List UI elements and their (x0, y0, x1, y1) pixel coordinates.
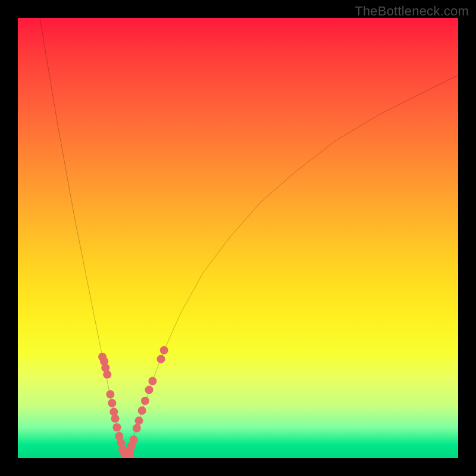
scatter-left (98, 353, 130, 458)
data-point (138, 406, 146, 415)
plot-area (18, 18, 458, 458)
data-point (133, 424, 141, 433)
data-point (130, 436, 138, 444)
scatter-right (124, 346, 168, 458)
data-point (160, 346, 168, 355)
data-point (141, 397, 149, 405)
data-point (148, 377, 156, 385)
data-point (134, 416, 143, 425)
data-point (156, 355, 165, 363)
watermark-text: TheBottleneck.com (355, 4, 469, 19)
data-point (111, 414, 120, 422)
data-point (112, 423, 121, 431)
right-curve (126, 75, 458, 458)
data-point (103, 370, 111, 378)
data-point (106, 390, 114, 399)
data-point (145, 386, 153, 394)
scatter-bottom (121, 453, 134, 458)
chart-frame: TheBottleneck.com (0, 0, 476, 476)
data-point (108, 399, 116, 407)
chart-svg (18, 18, 458, 458)
